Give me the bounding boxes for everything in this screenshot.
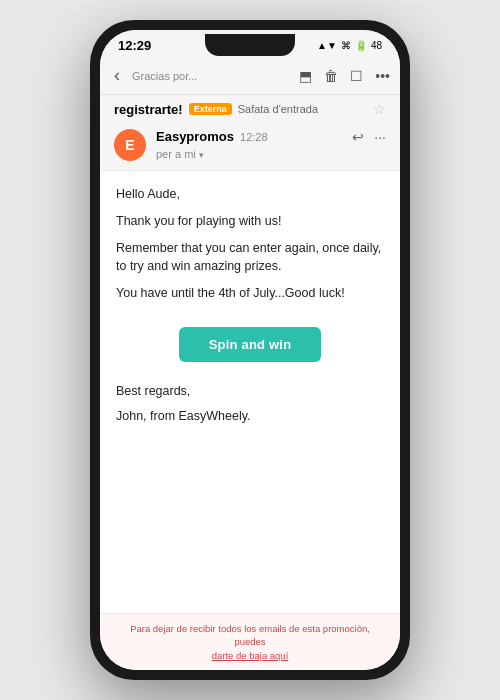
archive-icon[interactable]: ⬒: [299, 68, 312, 84]
safata-badge: Safata d'entrada: [238, 103, 318, 115]
status-time: 12:29: [118, 38, 151, 53]
spin-button-container: Spin and win: [116, 327, 384, 362]
sender-actions: ↩ ···: [352, 129, 386, 145]
sender-info: Easypromos 12:28 per a mi ▾: [156, 129, 342, 162]
sender-time: 12:28: [240, 131, 268, 143]
email-content: Hello Aude, Thank you for playing with u…: [100, 171, 400, 613]
spin-and-win-button[interactable]: Spin and win: [179, 327, 322, 362]
sender-name: Easypromos: [156, 129, 234, 144]
trash-icon[interactable]: 🗑: [324, 68, 338, 84]
email-footer2: John, from EasyWheely.: [116, 407, 384, 426]
reply-icon[interactable]: ↩: [352, 129, 364, 145]
move-icon[interactable]: ☐: [350, 68, 363, 84]
sender-to-row: per a mi ▾: [156, 144, 342, 162]
wifi-icon: ⌘: [341, 40, 351, 51]
status-icons: ▲▼ ⌘ 🔋 48: [317, 40, 382, 51]
back-button[interactable]: ‹: [110, 63, 124, 88]
email-subject: registrarte!: [114, 102, 183, 117]
battery-level: 48: [371, 40, 382, 51]
sender-more-icon[interactable]: ···: [374, 129, 386, 145]
subject-preview: Gracias por...: [132, 70, 291, 82]
star-icon[interactable]: ☆: [373, 101, 386, 117]
unsubscribe-footer: Para dejar de recibir todos los emails d…: [100, 613, 400, 670]
toolbar-icons: ⬒ 🗑 ☐ •••: [299, 68, 390, 84]
more-icon[interactable]: •••: [375, 68, 390, 84]
sender-row: E Easypromos 12:28 per a mi ▾ ↩ ···: [100, 121, 400, 171]
email-subject-bar: registrarte! Externa Safata d'entrada ☆: [100, 95, 400, 121]
phone-screen: 12:29 ▲▼ ⌘ 🔋 48 ‹ Gracias por... ⬒ 🗑 ☐ •…: [100, 30, 400, 670]
email-line3: You have until the 4th of July...Good lu…: [116, 284, 384, 303]
email-line2: Remember that you can enter again, once …: [116, 239, 384, 277]
email-greeting: Hello Aude,: [116, 185, 384, 204]
unsubscribe-link[interactable]: darte de baja aquí: [212, 650, 289, 661]
phone-frame: 12:29 ▲▼ ⌘ 🔋 48 ‹ Gracias por... ⬒ 🗑 ☐ •…: [90, 20, 410, 680]
externa-badge: Externa: [189, 103, 232, 115]
battery-icon: 🔋: [355, 40, 367, 51]
email-toolbar: ‹ Gracias por... ⬒ 🗑 ☐ •••: [100, 57, 400, 95]
signal-icon: ▲▼: [317, 40, 337, 51]
sender-avatar: E: [114, 129, 146, 161]
sender-name-row: Easypromos 12:28: [156, 129, 342, 144]
sender-to: per a mi ▾: [156, 148, 204, 160]
email-line1: Thank you for playing with us!: [116, 212, 384, 231]
unsubscribe-text: Para dejar de recibir todos los emails d…: [114, 622, 386, 662]
email-footer1: Best regards,: [116, 382, 384, 401]
notch: [205, 34, 295, 56]
